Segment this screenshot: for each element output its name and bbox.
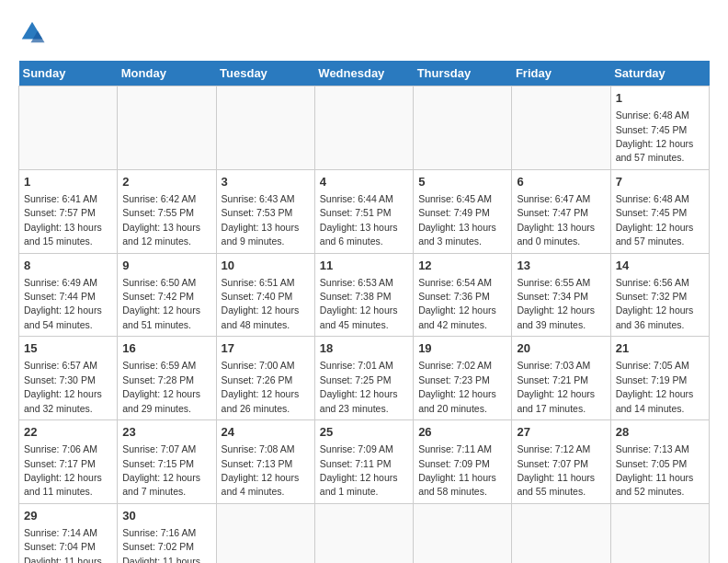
calendar-cell: 5 Sunrise: 6:45 AMSunset: 7:49 PMDayligh… [414, 169, 512, 253]
calendar-cell: 25 Sunrise: 7:09 AMSunset: 7:11 PMDaylig… [314, 420, 413, 504]
calendar-cell: 13 Sunrise: 6:55 AMSunset: 7:34 PMDaylig… [512, 253, 610, 337]
day-number: 21 [616, 340, 704, 357]
calendar-cell: 16 Sunrise: 6:59 AMSunset: 7:28 PMDaylig… [118, 337, 216, 420]
calendar-cell [512, 86, 610, 170]
calendar-cell: 21 Sunrise: 7:05 AMSunset: 7:19 PMDaylig… [610, 337, 709, 420]
day-info: Sunrise: 7:05 AMSunset: 7:19 PMDaylight:… [616, 360, 694, 413]
day-number: 30 [122, 508, 210, 524]
day-info: Sunrise: 7:07 AMSunset: 7:15 PMDaylight:… [122, 443, 200, 497]
day-number: 3 [222, 174, 310, 190]
day-number: 14 [616, 258, 704, 274]
day-info: Sunrise: 7:09 AMSunset: 7:11 PMDaylight:… [320, 443, 398, 497]
day-info: Sunrise: 7:16 AMSunset: 7:02 PMDaylight:… [122, 527, 200, 563]
day-number: 15 [24, 340, 112, 357]
day-number: 9 [122, 258, 210, 274]
calendar-cell: 27 Sunrise: 7:12 AMSunset: 7:07 PMDaylig… [512, 420, 610, 504]
day-header-wednesday: Wednesday [314, 61, 413, 86]
calendar-cell: 14 Sunrise: 6:56 AMSunset: 7:32 PMDaylig… [610, 253, 709, 337]
day-info: Sunrise: 6:49 AMSunset: 7:44 PMDaylight:… [24, 277, 102, 330]
day-info: Sunrise: 6:54 AMSunset: 7:36 PMDaylight:… [418, 277, 496, 330]
day-info: Sunrise: 6:43 AMSunset: 7:53 PMDaylight:… [222, 193, 300, 247]
calendar-cell [314, 503, 413, 563]
calendar-table: SundayMondayTuesdayWednesdayThursdayFrid… [18, 61, 710, 563]
day-info: Sunrise: 7:02 AMSunset: 7:23 PMDaylight:… [418, 360, 496, 413]
calendar-week-row: 29 Sunrise: 7:14 AMSunset: 7:04 PMDaylig… [19, 503, 710, 563]
calendar-cell [610, 503, 709, 563]
calendar-header-row: SundayMondayTuesdayWednesdayThursdayFrid… [19, 61, 710, 86]
day-info: Sunrise: 6:56 AMSunset: 7:32 PMDaylight:… [616, 277, 694, 330]
calendar-cell: 26 Sunrise: 7:11 AMSunset: 7:09 PMDaylig… [414, 420, 512, 504]
day-number: 28 [616, 424, 704, 441]
day-number: 4 [320, 174, 408, 190]
day-number: 2 [122, 174, 210, 190]
calendar-cell: 24 Sunrise: 7:08 AMSunset: 7:13 PMDaylig… [216, 420, 314, 504]
calendar-cell [314, 86, 413, 170]
calendar-cell: 30 Sunrise: 7:16 AMSunset: 7:02 PMDaylig… [118, 503, 216, 563]
day-info: Sunrise: 7:00 AMSunset: 7:26 PMDaylight:… [222, 360, 300, 413]
calendar-cell: 3 Sunrise: 6:43 AMSunset: 7:53 PMDayligh… [216, 169, 314, 253]
day-number: 23 [122, 424, 210, 441]
calendar-cell: 12 Sunrise: 6:54 AMSunset: 7:36 PMDaylig… [414, 253, 512, 337]
day-number: 12 [418, 258, 506, 274]
day-info: Sunrise: 7:06 AMSunset: 7:17 PMDaylight:… [24, 443, 102, 497]
day-info: Sunrise: 6:41 AMSunset: 7:57 PMDaylight:… [24, 193, 102, 247]
calendar-cell: 18 Sunrise: 7:01 AMSunset: 7:25 PMDaylig… [314, 337, 413, 420]
page-header [18, 18, 710, 46]
calendar-cell: 10 Sunrise: 6:51 AMSunset: 7:40 PMDaylig… [216, 253, 314, 337]
calendar-week-row: 22 Sunrise: 7:06 AMSunset: 7:17 PMDaylig… [19, 420, 710, 504]
calendar-cell: 7 Sunrise: 6:48 AMSunset: 7:45 PMDayligh… [610, 169, 709, 253]
day-number: 26 [418, 424, 506, 441]
day-number: 17 [222, 340, 310, 357]
day-number: 11 [320, 258, 408, 274]
day-info: Sunrise: 7:12 AMSunset: 7:07 PMDaylight:… [517, 443, 595, 497]
calendar-cell: 8 Sunrise: 6:49 AMSunset: 7:44 PMDayligh… [19, 253, 118, 337]
day-number: 27 [517, 424, 605, 441]
calendar-week-row: 1 Sunrise: 6:48 AMSunset: 7:45 PMDayligh… [19, 86, 710, 170]
day-number: 8 [24, 258, 112, 274]
calendar-cell: 1 Sunrise: 6:41 AMSunset: 7:57 PMDayligh… [19, 169, 118, 253]
day-header-tuesday: Tuesday [216, 61, 314, 86]
calendar-cell: 29 Sunrise: 7:14 AMSunset: 7:04 PMDaylig… [19, 503, 118, 563]
calendar-cell [512, 503, 610, 563]
day-info: Sunrise: 7:14 AMSunset: 7:04 PMDaylight:… [24, 527, 102, 563]
day-number: 13 [517, 258, 605, 274]
day-number: 25 [320, 424, 408, 441]
day-number: 7 [616, 174, 704, 190]
day-info: Sunrise: 6:50 AMSunset: 7:42 PMDaylight:… [122, 277, 200, 330]
calendar-cell [216, 503, 314, 563]
calendar-cell: 19 Sunrise: 7:02 AMSunset: 7:23 PMDaylig… [414, 337, 512, 420]
day-number: 29 [24, 508, 112, 524]
calendar-cell: 15 Sunrise: 6:57 AMSunset: 7:30 PMDaylig… [19, 337, 118, 420]
calendar-cell: 20 Sunrise: 7:03 AMSunset: 7:21 PMDaylig… [512, 337, 610, 420]
day-info: Sunrise: 6:57 AMSunset: 7:30 PMDaylight:… [24, 360, 102, 413]
calendar-cell: 9 Sunrise: 6:50 AMSunset: 7:42 PMDayligh… [118, 253, 216, 337]
day-info: Sunrise: 7:08 AMSunset: 7:13 PMDaylight:… [222, 443, 300, 497]
day-info: Sunrise: 6:45 AMSunset: 7:49 PMDaylight:… [418, 193, 496, 247]
calendar-week-row: 15 Sunrise: 6:57 AMSunset: 7:30 PMDaylig… [19, 337, 710, 420]
day-info: Sunrise: 6:53 AMSunset: 7:38 PMDaylight:… [320, 277, 398, 330]
calendar-cell: 4 Sunrise: 6:44 AMSunset: 7:51 PMDayligh… [314, 169, 413, 253]
calendar-cell [216, 86, 314, 170]
day-info: Sunrise: 6:51 AMSunset: 7:40 PMDaylight:… [222, 277, 300, 330]
day-header-monday: Monday [118, 61, 216, 86]
day-number: 16 [122, 340, 210, 357]
day-number: 1 [616, 90, 704, 107]
calendar-cell: 6 Sunrise: 6:47 AMSunset: 7:47 PMDayligh… [512, 169, 610, 253]
calendar-cell: 22 Sunrise: 7:06 AMSunset: 7:17 PMDaylig… [19, 420, 118, 504]
day-number: 19 [418, 340, 506, 357]
day-info: Sunrise: 6:42 AMSunset: 7:55 PMDaylight:… [122, 193, 200, 247]
day-number: 18 [320, 340, 408, 357]
day-number: 22 [24, 424, 112, 441]
calendar-cell [19, 86, 118, 170]
calendar-cell: 1 Sunrise: 6:48 AMSunset: 7:45 PMDayligh… [610, 86, 709, 170]
logo [18, 18, 48, 46]
day-info: Sunrise: 7:03 AMSunset: 7:21 PMDaylight:… [517, 360, 595, 413]
day-number: 5 [418, 174, 506, 190]
day-number: 1 [24, 174, 112, 190]
day-number: 6 [517, 174, 605, 190]
calendar-cell [414, 86, 512, 170]
day-info: Sunrise: 6:48 AMSunset: 7:45 PMDaylight:… [616, 109, 694, 163]
calendar-cell: 17 Sunrise: 7:00 AMSunset: 7:26 PMDaylig… [216, 337, 314, 420]
day-info: Sunrise: 6:59 AMSunset: 7:28 PMDaylight:… [122, 360, 200, 413]
day-header-saturday: Saturday [610, 61, 709, 86]
